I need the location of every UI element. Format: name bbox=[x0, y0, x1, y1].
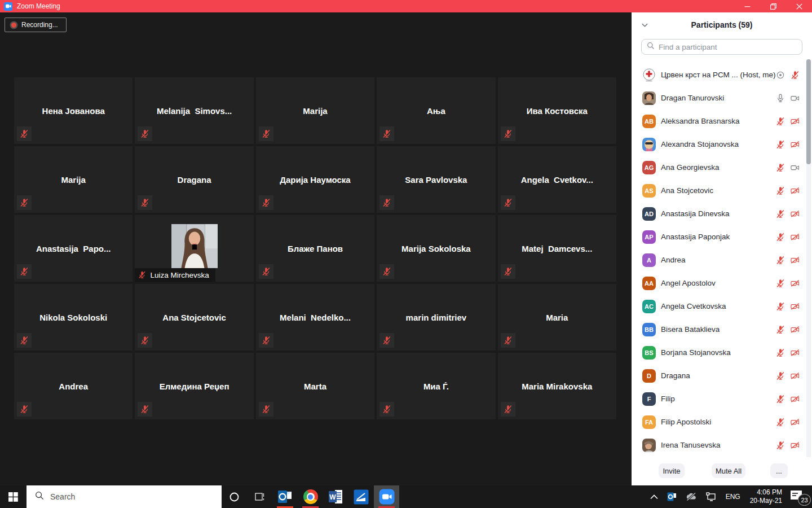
video-tile[interactable]: Ива Костовска bbox=[498, 77, 616, 144]
participant-row[interactable]: AGAna Georgievska bbox=[632, 156, 812, 179]
mic-muted-indicator bbox=[379, 126, 394, 141]
recording-indicator[interactable]: Recording... bbox=[5, 17, 67, 32]
close-button[interactable] bbox=[786, 0, 812, 12]
video-tile[interactable]: Angela Cvetkov... bbox=[498, 146, 616, 213]
video-tile[interactable]: marin dimitriev bbox=[377, 284, 495, 351]
video-tile[interactable]: Marija Sokoloska bbox=[377, 215, 495, 282]
participant-row[interactable]: DDragana bbox=[632, 364, 812, 387]
video-tile[interactable]: Блаже Панов bbox=[256, 215, 374, 282]
participants-scrollbar[interactable] bbox=[806, 59, 811, 471]
participant-row[interactable]: BSBorjana Stojanovska bbox=[632, 341, 812, 364]
video-tile[interactable]: Marija bbox=[256, 77, 374, 144]
video-tile[interactable]: Дарија Наумоска bbox=[256, 146, 374, 213]
taskbar-app-chrome[interactable] bbox=[298, 485, 323, 508]
mic-muted-icon bbox=[20, 198, 29, 207]
video-tile[interactable]: Nikola Sokoloski bbox=[14, 284, 133, 351]
participant-row[interactable]: ABAleksandra Brasnarska bbox=[632, 110, 812, 133]
participant-row[interactable]: Црвен крст на РСМ ... (Host, me) bbox=[632, 63, 812, 86]
video-tile[interactable]: Melani Nedelko... bbox=[256, 284, 374, 351]
avatar bbox=[642, 91, 656, 105]
video-tile[interactable]: Maria Mirakovska bbox=[498, 353, 616, 419]
participant-search-box[interactable] bbox=[641, 39, 802, 55]
participant-name: Angela Cvetkovska bbox=[661, 302, 726, 310]
language-indicator[interactable]: ENG bbox=[721, 485, 745, 508]
mic-muted-indicator bbox=[259, 402, 273, 417]
camera-off-icon bbox=[791, 441, 800, 450]
mic-muted-indicator bbox=[379, 195, 394, 210]
participant-name: Marta bbox=[304, 382, 326, 391]
camera-off-icon bbox=[791, 256, 800, 265]
participant-name: Dragana bbox=[661, 371, 690, 380]
more-options-button[interactable]: ... bbox=[770, 463, 788, 478]
video-tile[interactable]: Matej Damcevs... bbox=[498, 215, 616, 282]
participant-row[interactable]: FAFilip Apostolski bbox=[632, 410, 812, 433]
cortana-button[interactable] bbox=[222, 485, 247, 508]
video-tile[interactable]: Marija bbox=[14, 146, 133, 213]
participant-status-icons bbox=[776, 371, 800, 380]
tray-chevron-up-icon[interactable] bbox=[646, 485, 663, 508]
participants-list: Црвен крст на РСМ ... (Host, me)Dragan T… bbox=[632, 63, 812, 457]
start-button[interactable] bbox=[0, 485, 27, 508]
participant-status-icons bbox=[776, 186, 800, 195]
mic-muted-indicator bbox=[501, 126, 515, 141]
mic-muted-icon bbox=[140, 405, 149, 414]
video-tile[interactable]: Luiza Mirchevska bbox=[135, 215, 253, 282]
camera-off-icon bbox=[791, 348, 800, 357]
onedrive-offline-icon[interactable] bbox=[681, 485, 701, 508]
participant-row[interactable]: APAnastasija Paponjak bbox=[632, 225, 812, 248]
action-center-button[interactable]: 23 bbox=[787, 485, 812, 508]
tray-outlook-icon[interactable] bbox=[663, 485, 681, 508]
network-icon[interactable] bbox=[701, 485, 721, 508]
taskbar-clock[interactable]: 4:06 PM 20-May-21 bbox=[745, 488, 787, 505]
participant-row[interactable]: ASAna Stojcetovic bbox=[632, 179, 812, 202]
red-cross-logo bbox=[642, 68, 656, 82]
participant-row[interactable]: FFilip bbox=[632, 387, 812, 410]
video-tile[interactable]: Maria bbox=[498, 284, 616, 351]
participant-status-icons bbox=[776, 395, 800, 404]
participant-row[interactable]: AAndrea bbox=[632, 248, 812, 271]
taskbar-search-input[interactable] bbox=[50, 492, 186, 501]
taskbar-app-word[interactable]: W bbox=[323, 485, 348, 508]
scrollbar-thumb[interactable] bbox=[806, 59, 811, 164]
participant-row[interactable]: AAAngel Apostolov bbox=[632, 271, 812, 295]
mic-muted-icon bbox=[504, 198, 513, 207]
restore-button[interactable] bbox=[760, 0, 786, 12]
participant-search-input[interactable] bbox=[659, 43, 797, 51]
taskbar-app-outlook[interactable] bbox=[272, 485, 298, 508]
video-tile[interactable]: Melanija Simovs... bbox=[135, 77, 253, 144]
taskbar-app-scan[interactable] bbox=[348, 485, 374, 508]
video-tile[interactable]: Ања bbox=[377, 77, 495, 144]
video-tile[interactable]: Sara Pavlovska bbox=[377, 146, 495, 213]
task-view-icon bbox=[255, 492, 265, 501]
video-tile[interactable]: Anastasija Papo... bbox=[14, 215, 133, 282]
mute-all-button[interactable]: Mute All bbox=[712, 463, 745, 478]
video-tile[interactable]: Миа Ѓ. bbox=[377, 353, 495, 419]
mic-muted-indicator bbox=[17, 126, 32, 141]
video-tile[interactable]: Елмедина Реџеп bbox=[135, 353, 253, 419]
chevron-down-icon[interactable] bbox=[641, 21, 648, 31]
participant-row[interactable]: ACAngela Cvetkovska bbox=[632, 295, 812, 318]
taskbar-search-box[interactable] bbox=[27, 485, 222, 508]
taskbar-app-zoom[interactable] bbox=[374, 485, 399, 508]
video-tile[interactable]: Нена Јованова bbox=[14, 77, 133, 144]
video-tile[interactable]: Marta bbox=[256, 353, 374, 419]
mic-muted-indicator bbox=[501, 333, 515, 348]
avatar-photo bbox=[642, 439, 656, 452]
participant-row[interactable]: Dragan Tanurovski bbox=[632, 86, 812, 110]
mic-muted-icon bbox=[382, 198, 391, 207]
video-tile[interactable]: Andrea bbox=[14, 353, 133, 419]
mic-muted-icon bbox=[776, 117, 785, 126]
mic-muted-indicator bbox=[379, 402, 394, 417]
participant-row[interactable]: Irena Tanusevska bbox=[632, 433, 812, 457]
participant-name: marin dimitriev bbox=[406, 313, 467, 322]
participant-row[interactable]: ADAnastasija Dinevska bbox=[632, 202, 812, 225]
participant-row[interactable]: BBBisera Bataklieva bbox=[632, 318, 812, 341]
camera-off-icon bbox=[791, 325, 800, 334]
video-tile[interactable]: Dragana bbox=[135, 146, 253, 213]
task-view-button[interactable] bbox=[247, 485, 272, 508]
participant-row[interactable]: Alexandra Stojanovska bbox=[632, 133, 812, 156]
invite-button[interactable]: Invite bbox=[659, 463, 685, 478]
word-icon: W bbox=[328, 489, 343, 504]
minimize-button[interactable] bbox=[734, 0, 760, 12]
video-tile[interactable]: Ana Stojcetovic bbox=[135, 284, 253, 351]
